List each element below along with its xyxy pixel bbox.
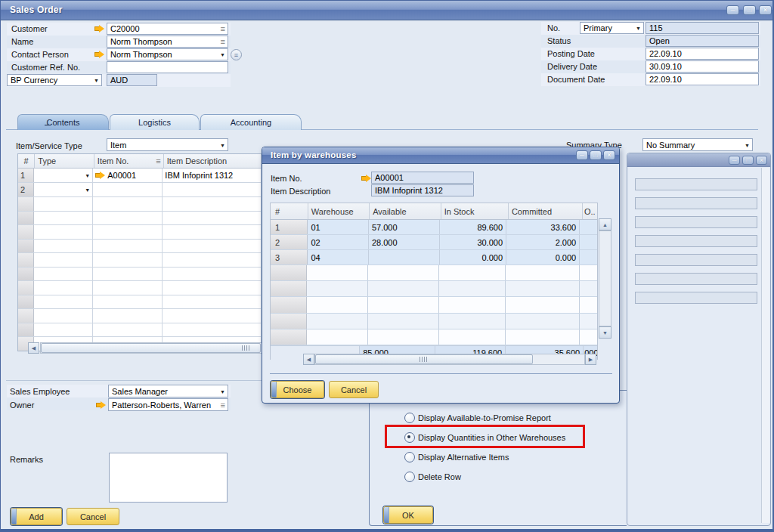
dialog-titlebar[interactable]: Item by warehouses ─ □ × [262,147,619,164]
radio-icon[interactable] [404,472,415,482]
close-icon[interactable]: × [603,150,615,160]
chevron-down-icon[interactable]: ▼ [636,26,641,31]
scroll-left-icon[interactable]: ◀ [28,342,39,354]
radio-atp-report[interactable] [404,413,415,423]
name-field[interactable]: Norm Thompson ≡ [107,36,228,48]
warehouse-row[interactable]: 2 02 28.000 30.000 2.000 [271,235,597,250]
in-stock-cell[interactable]: 30.000 [440,235,506,249]
background-scrollbar[interactable] [761,168,769,523]
summary-type-combo[interactable]: No Summary ▼ [642,138,753,151]
ordered-cell[interactable] [580,250,597,264]
posting-date-field[interactable]: 22.09.10 [646,48,759,60]
col-available[interactable]: Available [370,203,441,219]
background-window-titlebar[interactable]: ─ □ × [627,153,770,167]
radio-delete-row[interactable] [404,472,415,482]
cancel-button[interactable]: Cancel [67,508,119,525]
item-no-cell[interactable]: A00001 [93,169,163,182]
radio-alternative-items-label[interactable]: Display Alternative Items [418,453,509,462]
warehouse-row[interactable]: 1 01 57.000 89.600 33.600 [271,220,597,235]
committed-cell[interactable]: 0.000 [506,250,580,264]
radio-atp-report-label[interactable]: Display Available-to-Promise Report [418,413,551,422]
col-warehouse[interactable]: Warehouse [308,203,370,219]
contact-notes-icon[interactable]: ≡ [231,49,242,60]
type-cell[interactable]: ▼ [34,183,93,196]
maximize-icon[interactable]: □ [590,150,602,160]
col-committed[interactable]: Committed [509,203,583,219]
warehouse-cell[interactable]: 04 [308,250,369,264]
bp-currency-combo[interactable]: BP Currency ▼ [7,74,102,86]
type-cell[interactable]: ▼ [34,169,93,182]
document-date-field[interactable]: 22.09.10 [646,73,759,85]
close-icon[interactable]: × [759,5,772,15]
dialog-cancel-button[interactable]: Cancel [329,381,379,398]
scroll-left-icon[interactable]: ◀ [303,354,314,365]
maximize-icon[interactable]: □ [743,5,756,15]
chevron-down-icon[interactable]: ▼ [220,142,225,147]
ordered-cell[interactable] [580,235,597,249]
minimize-icon[interactable]: ─ [729,156,740,165]
choose-button[interactable]: Choose [271,381,324,398]
col-type[interactable]: Type [35,154,94,168]
table-row[interactable]: 2 ▼ [18,183,262,197]
item-description-cell[interactable]: IBM Infoprint 1312 [163,169,262,182]
col-item-no[interactable]: Item No.≡ [94,154,164,168]
ok-button[interactable]: OK [383,506,433,524]
radio-delete-row-label[interactable]: Delete Row [418,472,461,481]
warehouse-row[interactable]: 3 04 0.000 0.000 [271,250,597,265]
link-arrow-icon[interactable] [94,25,104,32]
in-stock-cell[interactable]: 0.000 [440,250,506,264]
warehouse-cell[interactable]: 02 [308,235,369,249]
chevron-down-icon[interactable]: ▼ [220,52,225,57]
dialog-vscrollbar[interactable] [599,230,611,326]
minimize-icon[interactable]: ─ [726,5,739,15]
dialog-hscroll-thumb[interactable] [315,354,533,364]
col-ordered[interactable]: O.. [583,203,597,219]
chevron-down-icon[interactable]: ▼ [85,187,90,193]
available-cell[interactable] [369,250,440,264]
item-no-cell[interactable] [93,183,163,196]
link-arrow-icon[interactable] [361,175,371,182]
table-row[interactable]: 1 ▼ A00001 IBM Infoprint 1312 [18,169,262,183]
items-hscroll-thumb[interactable] [41,343,261,353]
in-stock-cell[interactable]: 89.600 [440,220,506,234]
chevron-down-icon[interactable]: ▼ [745,142,750,147]
link-arrow-icon[interactable] [95,172,105,179]
link-arrow-icon[interactable] [96,401,106,409]
ordered-cell[interactable] [580,220,597,234]
tab-accounting[interactable]: Accounting [200,114,302,130]
scroll-down-icon[interactable]: ▼ [599,326,611,339]
add-button[interactable]: Add [11,508,62,525]
contact-person-combo[interactable]: Norm Thompson ▼ [107,48,228,60]
remarks-textarea[interactable] [109,453,228,503]
delivery-date-field[interactable]: 30.09.10 [646,60,759,73]
item-description-cell[interactable] [163,183,262,196]
link-arrow-icon[interactable] [94,51,104,58]
series-combo[interactable]: Primary ▼ [580,22,644,34]
tab-contents[interactable]: Contents [17,114,109,130]
minimize-icon[interactable]: ─ [576,150,588,160]
sales-employee-combo[interactable]: Sales Manager ▼ [108,385,228,397]
radio-alternative-items[interactable] [404,452,415,462]
committed-cell[interactable]: 33.600 [506,220,580,234]
tab-logistics[interactable]: Logistics [110,114,200,130]
owner-field[interactable]: Patterson-Roberts, Warren ≡ [108,398,228,411]
scroll-up-icon[interactable]: ▲ [599,218,611,230]
col-item-description[interactable]: Item Description [164,154,262,168]
radio-icon[interactable] [404,413,415,423]
col-in-stock[interactable]: In Stock [441,203,509,219]
available-cell[interactable]: 28.000 [369,235,440,249]
committed-cell[interactable]: 2.000 [506,235,580,249]
scroll-right-icon[interactable]: ▶ [585,354,596,365]
chevron-down-icon[interactable]: ▼ [85,173,90,178]
warehouse-cell[interactable]: 01 [308,220,369,234]
item-service-type-combo[interactable]: Item ▼ [107,138,228,151]
customer-ref-field[interactable] [107,61,228,73]
radio-icon[interactable] [404,452,415,462]
close-icon[interactable]: × [756,156,767,165]
maximize-icon[interactable]: □ [742,156,754,165]
chevron-down-icon[interactable]: ▼ [220,388,225,394]
customer-field[interactable]: C20000 ≡ [107,23,228,35]
col-num[interactable]: # [271,203,308,219]
available-cell[interactable]: 57.000 [369,220,440,234]
chevron-down-icon[interactable]: ▼ [94,78,99,83]
